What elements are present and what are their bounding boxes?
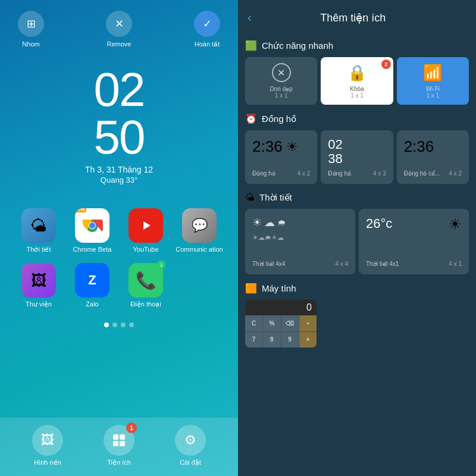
youtube-svg [135,218,156,233]
widget-thoi-tiet-4x1[interactable]: 26°c ☀ Thời tiết 4x1 4 x 1 [359,209,469,274]
dong-ho-2-label: Đồng hồ [328,170,351,177]
svg-rect-6 [113,434,118,440]
right-panel: ‹ Thêm tiện ích 🟩 Chức năng nhanh ✕ Don … [238,0,476,476]
thoi-tiet-4x4-label: Thời tiết 4x4 [252,261,285,267]
calc-key-7[interactable]: 7 [245,332,262,348]
widget-dong-ho-1[interactable]: 2:36 ☀ Đồng hồ 4 x 2 [245,130,317,184]
clock1-sun: ☀ [286,139,298,155]
cai-dat-label: Cài đặt [180,459,201,466]
dong-ho-section-icon: ⏰ [245,113,257,124]
widget-khoa[interactable]: 2 🔒 Khóa 1 x 1 [321,57,393,105]
nhom-icon: ⊞ [18,11,44,37]
thoi-tiet-4x1-size: 4 x 1 [449,261,462,267]
thoi-tiet-4x4-size: 4 x 4 [335,261,348,267]
right-header: ‹ Thêm tiện ích [238,0,476,32]
weather-sun-icon: ☀ [449,216,462,233]
widget-dong-ho-co[interactable]: 2:36 Đồng hồ cổ... 4 x 2 [397,130,469,184]
left-panel: ⊞ Nhom ✕ Remove ✓ Hoàn tất 02 50 Th 3, 3… [0,0,238,476]
dot-3 [121,322,126,327]
thoi-tiet-grid: ☀ ☁ 🌧 ☀☁🌧☀☁ Thời tiết 4x4 4 x 4 [245,209,469,274]
weather-temp: 26°c [366,216,392,231]
may-tinh-section-title: Máy tính [262,283,296,293]
remove-icon: ✕ [106,11,132,37]
widget-thoi-tiet-4x4[interactable]: ☀ ☁ 🌧 ☀☁🌧☀☁ Thời tiết 4x4 4 x 4 [245,209,355,274]
hoan-tat-button[interactable]: ✓ Hoàn tất [194,11,220,48]
clock1-time: 2:36 [252,137,283,156]
widget-don-dep[interactable]: ✕ Don dẹp 1 x 1 [245,57,317,105]
app-youtube[interactable]: YouTube [122,208,170,253]
app-zalo[interactable]: Z Zalo [68,263,116,308]
app-thu-vien[interactable]: 🖼 Thư viện [15,263,62,308]
nhom-button[interactable]: ⊞ Nhom [18,11,44,48]
calc-key-pct[interactable]: % [263,315,280,331]
svg-rect-9 [120,441,125,446]
dong-ho-title: Đồng hồ [262,114,296,124]
right-content[interactable]: 🟩 Chức năng nhanh ✕ Don dẹp 1 x 1 2 🔒 Kh… [238,32,476,476]
remove-label: Remove [107,40,131,48]
dot-4 [129,322,134,327]
khoa-badge: 2 [381,60,391,69]
communication-icon: 💬 [182,208,217,243]
don-dep-size: 1 x 1 [275,92,288,99]
calc-key-8[interactable]: 8 [263,332,280,348]
app-communication[interactable]: 💬 Communic ation [176,208,223,253]
chuc-nang-grid: ✕ Don dẹp 1 x 1 2 🔒 Khóa 1 x 1 📶 Wi-Fi 1… [245,57,469,105]
zalo-icon: Z [75,263,109,298]
calc-key-del[interactable]: ⌫ [281,315,299,331]
tien-ich-button[interactable]: 1 Tiện ích [104,425,134,466]
calc-key-9[interactable]: 9 [281,332,299,348]
hinh-nen-icon: 🖼 [32,425,63,456]
dien-thoai-label: Điện thoại [130,300,161,308]
thoi-tiet-section-icon: 🌤 [245,192,255,203]
chuc-nang-icon: 🟩 [245,40,257,51]
calc-key-mul[interactable]: × [299,332,317,348]
section-dong-ho: ⏰ Đồng hồ [245,113,469,124]
zalo-label: Zalo [86,300,98,308]
clock3-time: 2:36 [404,137,434,156]
right-title: Thêm tiện ích [259,11,447,24]
dong-ho-1-label: Đồng hồ [252,170,275,177]
clock-date: Th 3, 31 Tháng 12 [85,165,153,174]
hinh-nen-button[interactable]: 🖼 Hình nền [32,425,63,466]
thoi-tiet-icon: 🌤 [21,208,56,243]
svg-point-3 [89,223,95,228]
thoi-tiet-section-title: Thời tiết [259,192,292,203]
youtube-icon [129,208,163,243]
dong-ho-2-size: 4 x 3 [373,170,386,177]
wifi-size: 1 x 1 [426,92,439,99]
thu-vien-icon: 🖼 [21,263,56,298]
clock-weather: Quang 33° [85,176,153,184]
thoi-tiet-4x1-label: Thời tiết 4x1 [366,261,399,267]
remove-button[interactable]: ✕ Remove [106,11,132,48]
dien-thoai-icon: 📞 1 [129,263,163,298]
clock2-time: 0238 [328,137,386,166]
cai-dat-icon: ⚙ [175,425,206,456]
dot-1 [104,322,109,327]
thoi-tiet-label: Thời tiết [27,246,51,253]
app-thoi-tiet[interactable]: 🌤 Thời tiết [15,208,62,253]
don-dep-x-icon: ✕ [272,63,291,82]
calc-key-c[interactable]: C [245,315,262,331]
app-dien-thoai[interactable]: 📞 1 Điện thoại [122,263,170,308]
clock-time: 02 50 [85,66,153,161]
calc-key-div[interactable]: ÷ [299,315,317,331]
khoa-size: 1 x 1 [350,92,364,99]
app-grid: 🌤 Thời tiết Beta Chrome Beta [15,208,223,308]
communication-label: Communic ation [176,246,223,253]
khoa-lock-icon: 🔒 [347,64,367,82]
section-may-tinh: 🟧 Máy tính [245,283,469,294]
may-tinh-section-icon: 🟧 [245,283,257,294]
app-chrome-beta[interactable]: Beta Chrome Beta [68,208,116,253]
beta-badge: Beta [75,208,86,212]
bottom-bar: 🖼 Hình nền 1 Tiện ích ⚙ Cài đặt [0,418,238,476]
widget-may-tinh[interactable]: 0 C % ⌫ ÷ 7 8 9 × [245,300,317,347]
tien-ich-badge: 1 [126,422,137,433]
back-button[interactable]: ‹ [248,11,252,24]
wifi-label: Wi-Fi [426,86,440,92]
widget-wifi[interactable]: 📶 Wi-Fi 1 x 1 [397,57,469,105]
widget-dong-ho-2[interactable]: 0238 Đồng hồ 4 x 3 [321,130,393,184]
svg-rect-7 [120,434,125,440]
nhom-label: Nhom [22,40,39,48]
cai-dat-button[interactable]: ⚙ Cài đặt [175,425,206,466]
dong-ho-grid: 2:36 ☀ Đồng hồ 4 x 2 0238 Đồng hồ [245,130,469,184]
